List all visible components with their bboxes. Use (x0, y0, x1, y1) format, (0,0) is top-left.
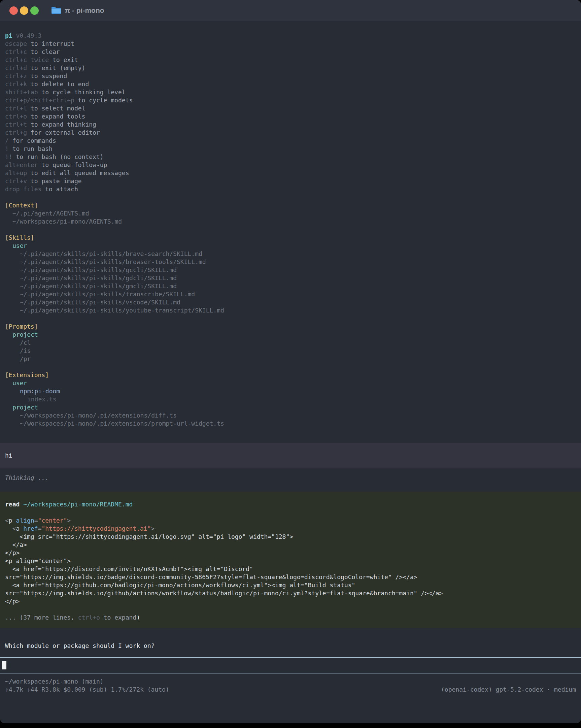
section-item: ~/.pi/agent/skills/pi-skills/youtube-tra… (0, 306, 581, 314)
section-item: ~/workspaces/pi-mono/AGENTS.md (0, 217, 581, 226)
section: [Extensions]usernpm:pi-doomindex.tsproje… (0, 371, 581, 427)
section-item: user (0, 242, 581, 250)
app-version-banner: pi v0.49.3 (0, 32, 581, 40)
help-line: ctrl+t to expand thinking (0, 121, 581, 129)
section-item: ~/.pi/agent/skills/pi-skills/vscode/SKIL… (0, 298, 581, 306)
expand-hint: ... (37 more lines, ctrl+o to expand) (0, 614, 581, 622)
section-item: ~/.pi/agent/skills/pi-skills/gccli/SKILL… (0, 266, 581, 274)
folder-icon (51, 6, 61, 15)
section-item: ~/.pi/agent/skills/pi-skills/transcribe/… (0, 290, 581, 298)
model-info: (openai-codex) gpt-5.2-codex · medium (441, 685, 576, 694)
usage-stats: ↑4.7k ↓44 R3.8k $0.009 (sub) 1.7%/272k (… (5, 685, 169, 694)
section-item: ~/workspaces/pi-mono/.pi/extensions/diff… (0, 412, 581, 420)
section-header: [Prompts] (0, 322, 581, 331)
code-line: <a href="https://github.com/badlogic/pi-… (0, 581, 581, 589)
section-item: ~/.pi/agent/skills/pi-skills/brave-searc… (0, 250, 581, 258)
help-line: ctrl+o to expand tools (0, 112, 581, 121)
help-line: alt+up to edit all queued messages (0, 169, 581, 177)
code-line: src="https://img.shields.io/badge/discor… (0, 573, 581, 581)
section-item: project (0, 331, 581, 339)
code-line: </p> (0, 597, 581, 605)
code-line: src="https://img.shields.io/github/actio… (0, 589, 581, 597)
window-titlebar: π - pi-mono (0, 0, 581, 21)
section-item: user (0, 379, 581, 387)
section-item: ~/.pi/agent/AGENTS.md (0, 209, 581, 217)
help-line: shift+tab to cycle thinking level (0, 88, 581, 96)
code-line: </a> (0, 541, 581, 549)
terminal-window: π - pi-mono pi v0.49.3 escape to interru… (0, 0, 581, 723)
thinking-indicator: Thinking ... (0, 474, 581, 482)
assistant-question: Which module or package should I work on… (0, 642, 581, 650)
section: [Skills]user~/.pi/agent/skills/pi-skills… (0, 234, 581, 314)
section-item: index.ts (0, 395, 581, 404)
section-header: [Extensions] (0, 371, 581, 379)
code-line: </p> (0, 549, 581, 557)
section-item: npm:pi-doom (0, 387, 581, 395)
startup-sections: [Context]~/.pi/agent/AGENTS.md~/workspac… (0, 201, 581, 427)
section: [Prompts]project/cl/is/pr (0, 322, 581, 363)
section-item: ~/.pi/agent/skills/pi-skills/browser-too… (0, 258, 581, 266)
code-line: <a href="https://discord.com/invite/nKXT… (0, 565, 581, 573)
text-cursor (2, 661, 6, 669)
help-line: drop files to attach (0, 185, 581, 193)
help-line: ctrl+v to paste image (0, 177, 581, 185)
code-line: <img src="https://shittycodingagent.ai/l… (0, 533, 581, 541)
section-item: project (0, 404, 581, 412)
section-header: [Skills] (0, 234, 581, 242)
code-line: <p align="center"> (0, 557, 581, 565)
section-header: [Context] (0, 201, 581, 209)
section: [Context]~/.pi/agent/AGENTS.md~/workspac… (0, 201, 581, 226)
tool-call-header: read ~/workspaces/pi-mono/README.md (0, 500, 581, 509)
section-item: /cl (0, 339, 581, 347)
help-line: ctrl+k to delete to end (0, 80, 581, 88)
help-line: ctrl+c to clear (0, 48, 581, 56)
help-line: !! to run bash (no context) (0, 153, 581, 161)
help-line: ctrl+d to exit (empty) (0, 64, 581, 72)
cwd-branch-status: ~/workspaces/pi-mono (main) (5, 677, 576, 685)
section-item: /is (0, 347, 581, 355)
help-line: ! to run bash (0, 145, 581, 153)
help-line: / for commands (0, 137, 581, 145)
minimize-window-button[interactable] (20, 6, 28, 15)
help-line: ctrl+p/shift+ctrl+p to cycle models (0, 96, 581, 104)
section-item: ~/.pi/agent/skills/pi-skills/gmcli/SKILL… (0, 282, 581, 290)
tool-path: ~/workspaces/pi-mono/README.md (23, 501, 133, 508)
section-item: /pr (0, 355, 581, 363)
section-item: ~/workspaces/pi-mono/.pi/extensions/prom… (0, 420, 581, 427)
help-line: escape to interrupt (0, 40, 581, 48)
maximize-window-button[interactable] (30, 6, 39, 15)
section-item: ~/.pi/agent/skills/pi-skills/gdcli/SKILL… (0, 274, 581, 282)
tool-output-code: <p align="center"> <a href="https://shit… (0, 517, 581, 605)
user-message: hi (0, 443, 581, 468)
help-line: alt+enter to queue follow-up (0, 161, 581, 169)
user-message-text: hi (5, 452, 12, 459)
read-tool-block: read ~/workspaces/pi-mono/README.md <p a… (0, 492, 581, 628)
status-bar: ~/workspaces/pi-mono (main) ↑4.7k ↓44 R3… (0, 673, 581, 694)
help-line: ctrl+g for external editor (0, 129, 581, 137)
help-line: ctrl+l to select model (0, 104, 581, 112)
code-line: <p align="center"> (0, 517, 581, 525)
help-line: ctrl+z to suspend (0, 72, 581, 80)
prompt-input[interactable] (0, 657, 581, 673)
close-window-button[interactable] (9, 6, 18, 15)
help-line: ctrl+c twice to exit (0, 56, 581, 64)
window-title: π - pi-mono (64, 6, 104, 15)
code-line: <a href="https://shittycodingagent.ai"> (0, 525, 581, 533)
terminal-content: pi v0.49.3 escape to interruptctrl+c to … (0, 21, 581, 694)
tool-name: read (5, 501, 20, 508)
keyboard-shortcuts-help: escape to interruptctrl+c to clearctrl+c… (0, 40, 581, 193)
